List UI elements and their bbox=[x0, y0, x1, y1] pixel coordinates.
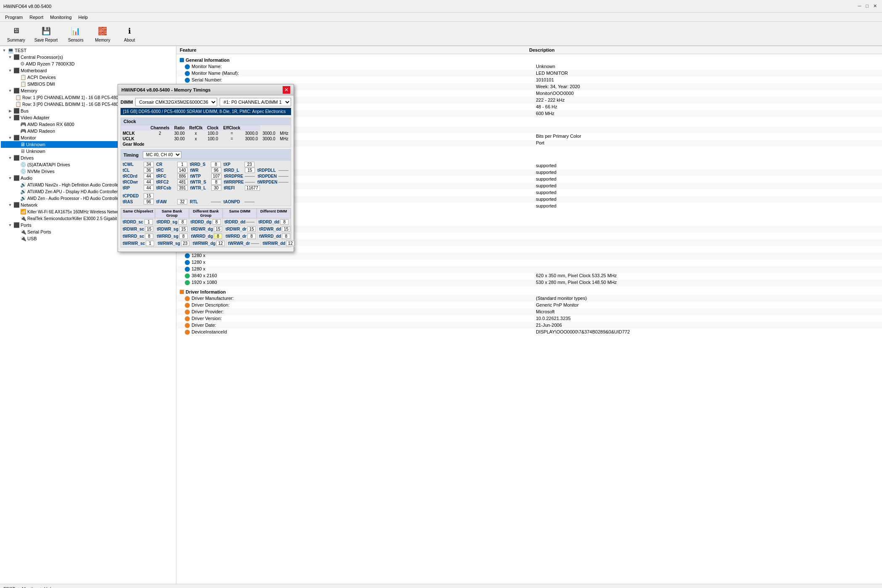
mclk-effclock: 3000.0 bbox=[260, 131, 278, 136]
dimm-label: DIMM bbox=[121, 100, 133, 105]
general-info-icon bbox=[180, 58, 184, 62]
twrrd-sg: tWRRD_sg8 bbox=[155, 233, 189, 240]
summary-button[interactable]: 🖥 Summary bbox=[3, 23, 29, 45]
trdrd-dd-same: tRDRD_dd bbox=[223, 218, 257, 226]
row-res-1280c: 1280 x bbox=[176, 266, 882, 273]
tree-cpu[interactable]: ▼ ⬛ Central Processor(s) bbox=[1, 54, 175, 60]
driver-date-icon bbox=[185, 323, 190, 328]
uclk-channels bbox=[148, 136, 172, 142]
dialog-close-button[interactable]: ✕ bbox=[283, 86, 290, 94]
dimm-select[interactable]: Corsair CMK32GX5M2E6000C36 bbox=[135, 98, 217, 106]
timing-row-6: tRAS96 tFAW32 RTL tAONPD bbox=[123, 199, 289, 205]
trrds-cell: tRRD_S8 bbox=[190, 162, 221, 167]
dialog-title: HWiNFO64 v8.00-5400 - Memory Timings bbox=[121, 87, 210, 92]
col-feature-label: Feature bbox=[180, 47, 529, 52]
serial-icon bbox=[185, 78, 190, 83]
res-1280b-icon bbox=[185, 260, 190, 265]
feature-header: Feature Description bbox=[176, 46, 882, 54]
trdpden-cell: tRDPDEN bbox=[257, 173, 289, 179]
menu-report[interactable]: Report bbox=[26, 14, 47, 21]
tcl-cell: tCL36 bbox=[123, 168, 154, 173]
tree-ryzen[interactable]: ⚙ AMD Ryzen 7 7800X3D bbox=[1, 60, 175, 67]
menu-monitoring[interactable]: Monitoring bbox=[47, 14, 75, 21]
trdwr-sc: tRDWR_sc15 bbox=[121, 226, 155, 233]
clock-table: Channels Ratio RefClk Clock EffClock MCL… bbox=[121, 125, 291, 147]
uclk-unit: MHz bbox=[278, 136, 291, 142]
mclk-ratio: 30.00 bbox=[172, 131, 187, 136]
monitor-name-icon bbox=[185, 64, 190, 69]
window-controls: ─ □ ✕ bbox=[856, 3, 879, 9]
clock-section: Clock Channels Ratio RefClk Clock EffClo… bbox=[121, 118, 291, 147]
tree-acpi[interactable]: 📋 ACPI Devices bbox=[1, 74, 175, 81]
device-instance-icon bbox=[185, 330, 190, 335]
trdrd-dd-diff: tRDRD_dd8 bbox=[257, 218, 291, 226]
timing-row-2: tCL36 tRC140 tWR96 tRRD_L15 tRDPDLL bbox=[123, 168, 289, 173]
maximize-btn[interactable]: □ bbox=[864, 3, 870, 8]
twrpden-cell: tWRPDEN bbox=[257, 179, 289, 185]
menubar: Program Report Monitoring Help bbox=[0, 13, 882, 22]
trdwr-sg: tRDWR_sg15 bbox=[155, 226, 189, 233]
general-info-header: General Information bbox=[176, 56, 882, 63]
driver-info-title: Driver Information bbox=[186, 289, 226, 294]
general-info-title: General Information bbox=[186, 58, 230, 63]
menu-help[interactable]: Help bbox=[75, 14, 92, 21]
uclk-refclk: 100.0 bbox=[205, 136, 221, 142]
trcdrd-cell: tRCDrd44 bbox=[123, 173, 154, 179]
trfc-cell: tRFC886 bbox=[156, 173, 188, 179]
titlebar: HWiNFO64 v8.00-5400 ─ □ ✕ bbox=[0, 0, 882, 13]
timing-row-5: tRP44 tRFCsb391 tWTR_L30 tREFI11677 tCPD… bbox=[123, 185, 289, 199]
about-icon: ℹ bbox=[123, 25, 135, 37]
uclk-eq: = bbox=[221, 136, 243, 142]
tree-test[interactable]: ▼ 💻 TEST bbox=[1, 47, 175, 54]
about-button[interactable]: ℹ About bbox=[117, 23, 142, 45]
close-btn[interactable]: ✕ bbox=[872, 3, 879, 8]
twrrd-sc: tWRRD_sc8 bbox=[121, 233, 155, 240]
row-driver-date: Driver Date: 21-Jun-2006 bbox=[176, 322, 882, 329]
clock-header: Clock bbox=[121, 118, 291, 125]
trcdwr-cell: tRCDwr44 bbox=[123, 179, 154, 185]
twtrl-cell: tWTR_L30 bbox=[190, 185, 221, 191]
row-monitor-name: Monitor Name: Unknown bbox=[176, 63, 882, 70]
timing-values: tCWL34 CR1 tRRD_S8 tXP23 tCL36 tRC140 tW… bbox=[121, 160, 291, 206]
save-report-button[interactable]: 💾 Save Report bbox=[31, 23, 62, 45]
taonpd-cell: tAONPD bbox=[223, 199, 255, 205]
uclk-clock: 3000.0 bbox=[243, 136, 260, 142]
minimize-btn[interactable]: ─ bbox=[856, 3, 863, 8]
save-icon: 💾 bbox=[40, 25, 52, 37]
res-3840-icon bbox=[185, 273, 190, 278]
tree-motherboard[interactable]: ▼ ⬛ Motherboard bbox=[1, 67, 175, 74]
summary-icon: 🖥 bbox=[10, 25, 22, 37]
memory-icon: 🧱 bbox=[97, 25, 108, 37]
dimm-selector-row: DIMM Corsair CMK32GX5M2E6000C36 #1: P0 C… bbox=[121, 98, 291, 106]
sensors-icon: 📊 bbox=[70, 25, 81, 37]
clock-mclk-row: MCLK 2 30.00 x 100.0 = 3000.0 3000.0 MHz bbox=[121, 131, 291, 136]
menu-program[interactable]: Program bbox=[2, 14, 26, 21]
res-1280a-icon bbox=[185, 253, 190, 258]
clock-col-effclock: EffClock bbox=[221, 125, 243, 131]
bank-wrrd-row: tWRRD_sc8 tWRRD_sg8 tWRRD_dg8 tWRRD_dr8 … bbox=[121, 233, 291, 240]
sensors-button[interactable]: 📊 Sensors bbox=[63, 23, 88, 45]
toolbar: 🖥 Summary 💾 Save Report 📊 Sensors 🧱 Memo… bbox=[0, 22, 882, 46]
row-driver-provider: Driver Provider: Microsoft bbox=[176, 309, 882, 315]
row-serial: Serial Number: 1010101 bbox=[176, 77, 882, 84]
row-driver-manuf: Driver Manufacturer: (Standard monitor t… bbox=[176, 295, 882, 302]
timing-title: Timing bbox=[123, 152, 139, 158]
gearmode-value bbox=[148, 142, 291, 147]
sensors-label: Sensors bbox=[68, 38, 84, 42]
mclk-refclk: 100.0 bbox=[205, 131, 221, 136]
twrrpre-cell: tWRRPRE bbox=[224, 179, 255, 185]
memory-button[interactable]: 🧱 Memory bbox=[90, 23, 115, 45]
mc-select[interactable]: MC #0, CH #0 bbox=[143, 151, 181, 158]
driver-desc-icon bbox=[185, 303, 190, 308]
summary-label: Summary bbox=[7, 38, 25, 42]
trfc2-cell: tRFC2481 bbox=[156, 179, 188, 185]
txp-cell: tXP23 bbox=[223, 162, 255, 167]
clock-uclk-row: UCLK 30.00 x 100.0 = 3000.0 3000.0 MHz bbox=[121, 136, 291, 142]
trdrd-dg: tRDRD_dg8 bbox=[189, 218, 223, 226]
channel-select[interactable]: #1: P0 CHANNEL A/DIMM 1 bbox=[220, 98, 291, 106]
bank-rdwr-row: tRDWR_sc15 tRDWR_sg15 tRDWR_dg15 tRDWR_d… bbox=[121, 226, 291, 233]
bank-col-same-bg: Same Bank Group bbox=[155, 208, 189, 218]
bank-col-diff-dimm: Different DIMM bbox=[257, 208, 291, 218]
bank-col-same-dimm: Same DIMM bbox=[223, 208, 257, 218]
status-text: TEST -> Monitor -> Unknown bbox=[3, 586, 63, 588]
